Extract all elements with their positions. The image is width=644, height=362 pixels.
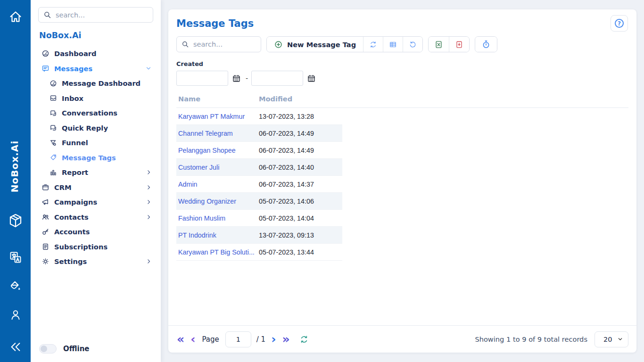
prev-page-icon[interactable]: ‹ (190, 333, 196, 345)
created-from-input[interactable] (176, 71, 228, 86)
translate-icon[interactable] (8, 250, 23, 264)
table-row: Customer Juli 06-07-2023, 14:40 (176, 159, 342, 176)
modified-cell: 05-07-2023, 14:04 (259, 214, 314, 222)
tag-name-link[interactable]: Karyawan PT Makmur (176, 113, 259, 120)
chevron-down-icon (617, 336, 623, 342)
message-tags-table: Name Modified Karyawan PT Makmur 13-07-2… (176, 95, 628, 261)
page-label: Page (202, 335, 219, 344)
sidebar-item-report[interactable]: Report (38, 165, 153, 180)
sidebar-item-conversations[interactable]: Conversations (38, 106, 153, 121)
sidebar-item-label: Messages (54, 65, 92, 73)
new-message-tag-label: New Message Tag (287, 41, 356, 49)
tag-icon (50, 154, 57, 161)
sidebar-item-label: Accounts (54, 228, 90, 236)
sidebar-brand: NoBox.Ai (39, 31, 153, 40)
primary-actions-group: New Message Tag (266, 36, 423, 52)
modified-cell: 06-07-2023, 14:49 (259, 130, 314, 137)
tag-name-link[interactable]: Admin (176, 181, 259, 188)
sidebar-item-label: Dashboard (54, 49, 97, 58)
chevron-right-icon (146, 199, 152, 205)
dashboard-gauge-icon (41, 49, 50, 58)
sidebar-search-input[interactable] (56, 11, 148, 19)
sidebar-item-message-tags[interactable]: Message Tags (38, 150, 153, 165)
table-search[interactable] (176, 36, 261, 52)
help-button[interactable]: ? (611, 15, 628, 32)
sidebar-search[interactable] (38, 7, 153, 23)
refresh-table-icon[interactable] (299, 335, 309, 344)
next-page-icon[interactable]: › (271, 333, 276, 345)
export-excel-button[interactable] (429, 37, 449, 52)
excel-file-icon (434, 40, 443, 49)
column-header-modified[interactable]: Modified (259, 95, 292, 103)
table-row: Karyawan PT Makmur 13-07-2023, 13:28 (176, 108, 342, 125)
modified-cell: 05-07-2023, 13:44 (259, 248, 314, 256)
modified-cell: 05-07-2023, 14:06 (259, 197, 314, 205)
sidebar-item-settings[interactable]: Settings (38, 254, 153, 269)
sidebar-item-campaigns[interactable]: Campaigns (38, 195, 153, 210)
sidebar-nav: Dashboard Messages Message Dashboard Inb… (38, 46, 153, 269)
tag-name-link[interactable]: Karyawan PT Big Soluti... (176, 248, 259, 256)
undo-restore-icon (409, 40, 417, 49)
sidebar-item-contacts[interactable]: Contacts (38, 210, 153, 225)
table-body: Karyawan PT Makmur 13-07-2023, 13:28 Cha… (176, 108, 342, 261)
calendar-icon[interactable] (307, 74, 316, 83)
sidebar-item-crm[interactable]: CRM (38, 180, 153, 195)
cube-logo-icon (7, 212, 25, 230)
modified-cell: 06-07-2023, 14:37 (259, 181, 314, 188)
toggle-knob (41, 346, 47, 352)
sidebar-item-dashboard[interactable]: Dashboard (38, 46, 153, 61)
sidebar-item-label: Subscriptions (54, 243, 107, 251)
offline-toggle[interactable] (39, 344, 57, 354)
paint-bucket-icon[interactable] (9, 280, 22, 293)
sidebar-item-label: Funnel (62, 139, 88, 147)
tag-name-link[interactable]: PT Indodrink (176, 231, 259, 239)
column-header-name[interactable]: Name (176, 95, 259, 103)
vertical-brand-text: NoBox.Ai (9, 140, 22, 192)
sidebar-item-funnel[interactable]: Funnel (38, 135, 153, 150)
user-icon[interactable] (9, 308, 22, 321)
home-icon[interactable] (8, 10, 23, 24)
tag-name-link[interactable]: Pelanggan Shopee (176, 147, 259, 154)
page-number-input[interactable] (225, 331, 251, 347)
table-search-input[interactable] (193, 41, 256, 48)
sidebar-item-label: Conversations (62, 109, 117, 117)
created-filter-label: Created (176, 60, 628, 67)
sidebar-item-inbox[interactable]: Inbox (38, 91, 153, 106)
refresh-data-button[interactable] (363, 37, 383, 52)
table-row: Fashion Muslim 05-07-2023, 14:04 (176, 210, 342, 227)
schedule-group (475, 36, 497, 52)
calendar-icon[interactable] (232, 74, 241, 83)
tag-name-link[interactable]: Channel Telegram (176, 130, 259, 137)
table-footer: « ‹ Page / 1 › » Showing 1 to 9 of 9 tot… (168, 325, 636, 353)
reset-filters-button[interactable] (403, 37, 422, 52)
chevron-right-icon (146, 184, 152, 190)
date-range-dash: - (246, 74, 248, 82)
sidebar-item-message-dashboard[interactable]: Message Dashboard (38, 76, 153, 91)
export-pdf-button[interactable] (449, 37, 469, 52)
tag-name-link[interactable]: Wedding Organizer (176, 197, 259, 205)
first-page-icon[interactable]: « (176, 333, 185, 345)
created-to-input[interactable] (251, 71, 303, 86)
table-row: Pelanggan Shopee 06-07-2023, 14:49 (176, 142, 342, 159)
last-page-icon[interactable]: » (281, 333, 290, 345)
sidebar-item-quick-reply[interactable]: Quick Reply (38, 121, 153, 136)
new-message-tag-button[interactable]: New Message Tag (267, 37, 363, 52)
inbox-icon (50, 94, 57, 102)
footer-right: Showing 1 to 9 of 9 total records 20 (475, 331, 628, 347)
sidebar-item-label: Contacts (54, 213, 89, 221)
collapse-sidebar-icon[interactable] (9, 340, 22, 354)
sidebar-item-messages[interactable]: Messages (38, 61, 153, 76)
page-size-select[interactable]: 20 (594, 331, 628, 347)
tag-name-link[interactable]: Fashion Muslim (176, 214, 259, 222)
sidebar-item-accounts[interactable]: Accounts (38, 224, 153, 239)
icon-rail: NoBox.Ai (0, 0, 31, 362)
modified-cell: 06-07-2023, 14:49 (259, 147, 314, 154)
sidebar-item-subscriptions[interactable]: Subscriptions (38, 239, 153, 255)
tag-name-link[interactable]: Customer Juli (176, 164, 259, 171)
total-pages-label: / 1 (256, 335, 265, 344)
megaphone-icon (41, 198, 50, 206)
document-icon (41, 243, 50, 251)
table-columns-button[interactable] (383, 37, 403, 52)
chevron-right-icon (146, 258, 152, 264)
schedule-report-button[interactable] (475, 37, 497, 52)
